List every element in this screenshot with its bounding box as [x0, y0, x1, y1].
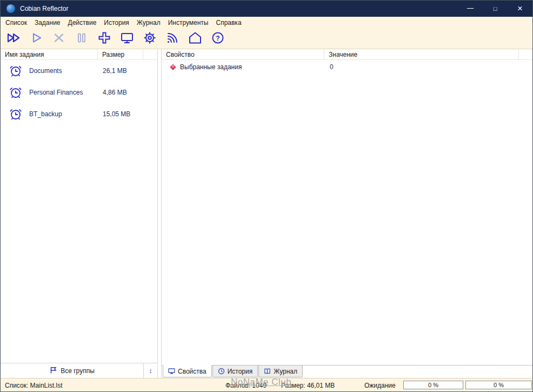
task-name: Documents	[29, 67, 103, 75]
pause-button[interactable]	[72, 30, 91, 48]
run-all-icon	[6, 30, 21, 47]
log-book-icon	[264, 368, 271, 375]
menu-item-task[interactable]: Задание	[31, 17, 64, 29]
column-header-property[interactable]: Свойство	[162, 49, 324, 59]
task-name: Personal Finances	[29, 89, 103, 96]
task-list: Documents 26,1 MB Personal Finances 4,86…	[1, 60, 157, 363]
property-row: Выбранные задания 0	[162, 62, 532, 72]
pause-icon	[74, 30, 89, 47]
menu-item-log[interactable]: Журнал	[133, 17, 164, 29]
new-task-button[interactable]	[95, 30, 114, 48]
progress-bar-total: 0 %	[465, 381, 532, 389]
up-down-arrow-icon: ↕	[149, 367, 152, 375]
column-header-value[interactable]: Значение	[324, 49, 519, 59]
column-header-task-name[interactable]: Имя задания	[1, 49, 98, 59]
task-list-header: Имя задания Размер	[1, 49, 157, 60]
task-size: 26,1 MB	[103, 67, 157, 75]
window-title: Cobian Reflector	[20, 5, 68, 12]
history-clock-icon	[218, 368, 225, 375]
progress-value: 0 %	[428, 382, 438, 388]
tab-label: Свойства	[178, 368, 206, 375]
all-groups-label: Все группы	[61, 367, 95, 375]
menu-item-history[interactable]: История	[100, 17, 133, 29]
status-list-file: Список: MainList.lst	[5, 382, 63, 389]
alarm-clock-icon	[9, 85, 23, 99]
monitor-button[interactable]	[118, 30, 136, 48]
home-icon	[188, 30, 203, 47]
plus-icon	[97, 30, 112, 47]
connections-button[interactable]	[163, 30, 182, 48]
close-icon: ×	[517, 4, 522, 13]
play-icon	[29, 30, 44, 47]
tab-properties[interactable]: Свойства	[163, 365, 212, 377]
menu-item-list[interactable]: Список	[2, 17, 31, 29]
tab-log[interactable]: Журнал	[258, 366, 303, 377]
toolbar: ?	[1, 29, 532, 49]
signal-icon	[165, 30, 180, 47]
cancel-button[interactable]	[50, 30, 68, 48]
property-name: Выбранные задания	[180, 63, 325, 71]
task-row[interactable]: Documents 26,1 MB	[1, 60, 157, 82]
groups-bar: Все группы ↕	[1, 363, 157, 378]
property-value: 0	[325, 63, 334, 71]
run-button[interactable]	[27, 30, 45, 48]
app-logo-icon	[6, 4, 15, 13]
menu-item-tools[interactable]: Инструменты	[164, 17, 212, 29]
column-header-spacer	[143, 49, 157, 59]
task-size: 4,86 MB	[103, 89, 157, 96]
maximize-icon: □	[494, 6, 497, 12]
alarm-clock-icon	[9, 64, 23, 78]
help-icon: ?	[210, 30, 225, 47]
app-window: Cobian Reflector — □ × Список Задание Де…	[0, 0, 533, 392]
menu-item-help[interactable]: Справка	[212, 17, 245, 29]
selected-tasks-diamond-icon	[170, 64, 176, 70]
status-bar: Список: MainList.lst Файлов: 1049 Размер…	[1, 378, 532, 391]
window-controls: — □ ×	[458, 1, 532, 17]
column-header-size[interactable]: Размер	[98, 49, 143, 59]
minimize-icon: —	[467, 5, 474, 11]
gear-icon	[142, 30, 157, 47]
minimize-button[interactable]: —	[458, 1, 483, 17]
monitor-icon	[119, 30, 135, 47]
status-state: Ожидание	[364, 382, 396, 389]
svg-text:?: ?	[216, 35, 219, 42]
alarm-clock-icon	[9, 107, 23, 121]
task-name: BT_backup	[29, 110, 103, 118]
close-button[interactable]: ×	[508, 1, 532, 17]
maximize-button[interactable]: □	[483, 1, 508, 17]
expand-collapse-button[interactable]: ↕	[143, 363, 157, 378]
main-area: Имя задания Размер Documents 26,1 MB Per…	[1, 49, 532, 378]
status-files-count: Файлов: 1049	[225, 382, 266, 389]
properties-header: Свойство Значение	[162, 49, 532, 60]
progress-bar-task: 0 %	[403, 381, 463, 389]
status-total-size: Размер: 46,01 MB	[281, 382, 335, 389]
run-all-button[interactable]	[4, 30, 23, 48]
task-size: 15,05 MB	[103, 110, 157, 118]
menu-item-action[interactable]: Действие	[64, 17, 101, 29]
bottom-tabs: Свойства История Журнал	[162, 365, 532, 378]
tab-history[interactable]: История	[212, 366, 258, 377]
all-groups-button[interactable]: Все группы	[1, 363, 143, 378]
settings-button[interactable]	[141, 30, 159, 48]
tab-label: Журнал	[274, 368, 297, 375]
properties-panel: Свойство Значение Выбранные задания 0 Св…	[161, 49, 532, 378]
column-header-spacer	[519, 49, 532, 59]
cancel-x-icon	[51, 30, 66, 47]
tab-label: История	[228, 368, 253, 375]
monitor-icon	[168, 368, 175, 375]
home-button[interactable]	[186, 30, 204, 48]
groups-flag-icon	[49, 366, 57, 376]
progress-value: 0 %	[494, 382, 504, 388]
task-row[interactable]: BT_backup 15,05 MB	[1, 103, 157, 125]
help-button[interactable]: ?	[209, 30, 227, 48]
titlebar[interactable]: Cobian Reflector — □ ×	[1, 1, 532, 17]
menu-bar: Список Задание Действие История Журнал И…	[1, 17, 532, 29]
task-list-panel: Имя задания Размер Documents 26,1 MB Per…	[1, 49, 158, 378]
task-row[interactable]: Personal Finances 4,86 MB	[1, 82, 157, 103]
properties-list: Выбранные задания 0	[162, 60, 532, 365]
